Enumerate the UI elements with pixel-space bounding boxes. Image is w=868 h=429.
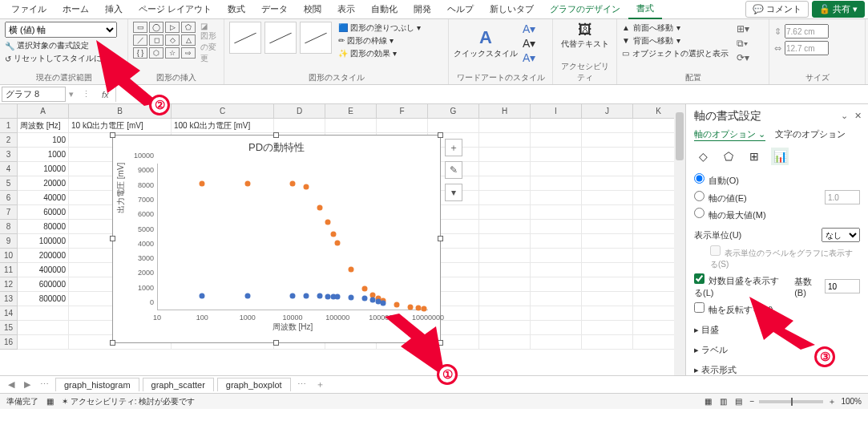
- data-point[interactable]: [407, 305, 413, 310]
- col-I[interactable]: I: [531, 104, 582, 118]
- tab-help[interactable]: ヘルプ: [439, 0, 482, 18]
- zoom-slider[interactable]: [759, 400, 823, 403]
- radio-axisvalue[interactable]: 軸の値(E): [694, 191, 747, 204]
- formula-input[interactable]: [115, 87, 866, 102]
- chart-title[interactable]: PDの動特性: [113, 136, 440, 160]
- row-header[interactable]: 9: [0, 234, 18, 249]
- cell[interactable]: [582, 263, 633, 277]
- resize-handle[interactable]: [438, 236, 443, 241]
- cell[interactable]: 100: [18, 133, 69, 148]
- cell[interactable]: [479, 277, 531, 292]
- cell[interactable]: [531, 321, 582, 335]
- sec-number[interactable]: ▸ 表示形式: [694, 364, 860, 376]
- data-point[interactable]: [317, 293, 322, 299]
- row-header[interactable]: 6: [0, 191, 18, 205]
- send-backward-button[interactable]: ▼ 背面へ移動 ▾: [622, 34, 729, 47]
- tab-home[interactable]: ホーム: [55, 0, 97, 18]
- row-header[interactable]: 5: [0, 176, 18, 191]
- cell[interactable]: [531, 133, 582, 148]
- cell[interactable]: [582, 205, 633, 220]
- cell[interactable]: [479, 176, 531, 191]
- data-point[interactable]: [325, 220, 330, 225]
- cell[interactable]: [479, 148, 531, 162]
- cell[interactable]: [531, 162, 582, 176]
- shape-style-gallery[interactable]: [229, 22, 332, 60]
- cell[interactable]: [531, 277, 582, 292]
- pane-icon-axis[interactable]: 📊: [771, 148, 789, 165]
- status-accessibility[interactable]: ✶ アクセシビリティ: 検討が必要です: [62, 396, 195, 407]
- cell[interactable]: [531, 249, 582, 263]
- data-point[interactable]: [200, 180, 205, 186]
- resize-handle[interactable]: [438, 132, 443, 138]
- cell[interactable]: [479, 306, 531, 321]
- cell[interactable]: [582, 220, 633, 234]
- sheet-tab[interactable]: graph_histogram: [55, 378, 139, 391]
- cell[interactable]: [479, 162, 531, 176]
- bring-forward-button[interactable]: ▲ 前面へ移動 ▾: [622, 22, 729, 34]
- data-point[interactable]: [421, 306, 426, 311]
- cell[interactable]: [531, 148, 582, 162]
- cell[interactable]: [479, 263, 531, 277]
- pane-dropdown[interactable]: ⌄: [841, 111, 848, 121]
- sheet-tab-more[interactable]: ⋯: [294, 379, 309, 390]
- shape-fill-button[interactable]: 🟦 図形の塗りつぶし ▾: [338, 22, 421, 34]
- row-header[interactable]: 12: [0, 277, 18, 292]
- sheet-nav-prev[interactable]: ◀: [5, 379, 18, 390]
- cell[interactable]: [582, 249, 633, 263]
- resize-handle[interactable]: [438, 340, 443, 346]
- quick-style-button[interactable]: A クイックスタイル: [454, 27, 518, 59]
- row-header[interactable]: 2: [0, 133, 18, 148]
- cell[interactable]: [479, 133, 531, 148]
- cell[interactable]: [531, 191, 582, 205]
- row-header[interactable]: 4: [0, 162, 18, 176]
- name-box[interactable]: グラフ 8: [2, 87, 66, 102]
- data-point[interactable]: [244, 180, 250, 186]
- col-G[interactable]: G: [428, 104, 479, 118]
- row-header[interactable]: 16: [0, 335, 18, 350]
- cell[interactable]: [479, 249, 531, 263]
- cell[interactable]: 40000: [18, 191, 69, 205]
- view-normal[interactable]: ▦: [704, 397, 712, 406]
- wa-fill-button[interactable]: A▾: [523, 22, 535, 36]
- view-pagebreak[interactable]: ▤: [735, 397, 742, 406]
- pane-tab-text[interactable]: 文字のオプション: [775, 128, 846, 141]
- cell[interactable]: 20000: [18, 176, 69, 191]
- tab-insert[interactable]: 挿入: [97, 0, 131, 18]
- cell[interactable]: [582, 148, 633, 162]
- row-header[interactable]: 3: [0, 148, 18, 162]
- selection-pane-button[interactable]: ▭ オブジェクトの選択と表示: [622, 47, 729, 60]
- selection-dropdown[interactable]: 横 (値) 軸: [5, 22, 117, 38]
- cell[interactable]: [18, 321, 69, 335]
- sheet-tab[interactable]: graph_scatter: [143, 378, 214, 391]
- cell[interactable]: [582, 335, 633, 350]
- resize-handle[interactable]: [273, 340, 279, 346]
- chart-object[interactable]: PDの動特性 出力電圧 [mV] 周波数 [Hz] 01000200030004…: [112, 135, 441, 343]
- group-button[interactable]: ⧉▾: [737, 36, 749, 51]
- alt-text-button[interactable]: 🖼 代替テキスト: [558, 22, 612, 50]
- cell[interactable]: 800000: [18, 292, 69, 306]
- tab-review[interactable]: 校閲: [296, 0, 329, 18]
- data-point[interactable]: [380, 300, 386, 306]
- cell[interactable]: [531, 119, 582, 133]
- cell[interactable]: [531, 292, 582, 306]
- tab-formula[interactable]: 数式: [220, 0, 253, 18]
- cell[interactable]: [582, 277, 633, 292]
- cell[interactable]: [582, 191, 633, 205]
- cell[interactable]: [582, 234, 633, 249]
- chart-elements-button[interactable]: ＋: [445, 139, 462, 156]
- cell[interactable]: 60000: [18, 205, 69, 220]
- wa-outline-button[interactable]: A▾: [523, 36, 535, 51]
- cell[interactable]: 10 kΩ出力電圧 [mV]: [69, 119, 172, 133]
- cell[interactable]: [531, 263, 582, 277]
- data-point[interactable]: [325, 293, 330, 299]
- cell[interactable]: 600000: [18, 277, 69, 292]
- shapes-gallery[interactable]: ▭◯▷⬠ ／◻◇△ { }⬡☆⇨: [133, 22, 196, 59]
- rotate-button[interactable]: ⟳▾: [737, 51, 749, 65]
- format-selection-button[interactable]: 🔧 選択対象の書式設定: [5, 39, 123, 52]
- cell[interactable]: [531, 335, 582, 350]
- cell[interactable]: [531, 176, 582, 191]
- col-C[interactable]: C: [172, 104, 274, 118]
- pane-icon-size[interactable]: ⊞: [745, 148, 763, 165]
- tab-chartdesign[interactable]: グラフのデザイン: [542, 0, 628, 18]
- data-point[interactable]: [349, 266, 354, 272]
